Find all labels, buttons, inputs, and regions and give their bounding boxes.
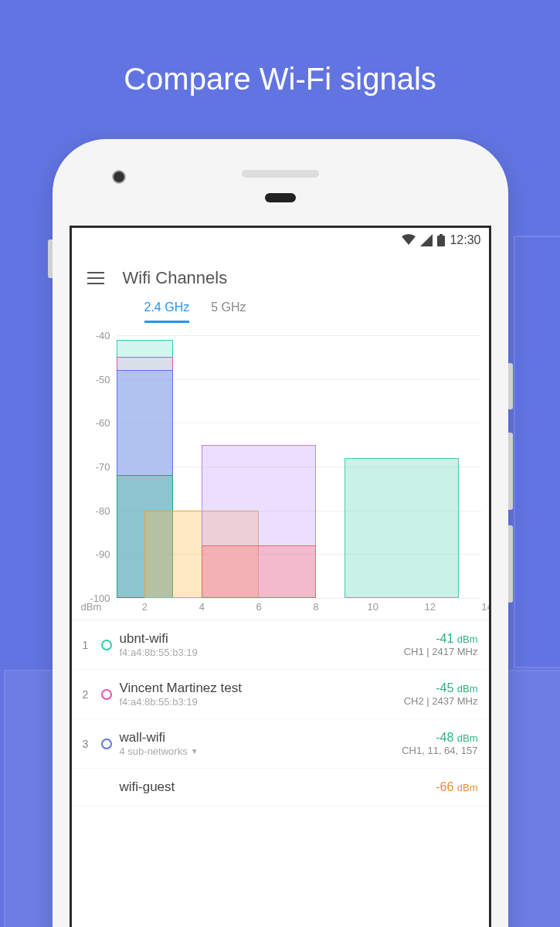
phone-side-button: [508, 525, 513, 603]
chart-x-tick: 14: [481, 601, 490, 613]
network-row-index: 1: [78, 639, 93, 651]
chart-y-unit: dBm: [81, 601, 102, 613]
network-row-index: 2: [78, 688, 93, 701]
band-tabs: 2.4 GHz5 GHz: [72, 296, 489, 323]
chart-x-tick: 12: [424, 601, 435, 613]
chevron-down-icon[interactable]: ▼: [191, 747, 199, 756]
tab-band-1[interactable]: 5 GHz: [211, 301, 246, 323]
network-dbm: -66 dBm: [436, 780, 477, 794]
wifi-icon: [402, 234, 416, 246]
camera-dot: [112, 170, 126, 184]
network-dbm: -48 dBm: [402, 731, 477, 745]
chart-x-tick: 2: [142, 601, 148, 613]
chart-gridline: [117, 335, 481, 336]
network-sub: f4:a4:8b:55:b3:19: [120, 696, 396, 708]
network-row-index: 3: [78, 738, 93, 750]
network-sub: f4:a4:8b:55:b3:19: [120, 647, 396, 658]
network-channels: CH1, 11, 64, 157: [402, 745, 477, 756]
chart-plot: [117, 335, 481, 598]
cell-signal-icon: [420, 234, 433, 246]
page-title: Wifi Channels: [123, 268, 228, 288]
chart-x-axis: 2468101214: [117, 598, 481, 616]
svg-rect-1: [440, 234, 443, 236]
network-name: wall-wifi: [120, 730, 395, 745]
chart-bar: [202, 545, 316, 598]
chart-y-tick: -80: [96, 504, 110, 516]
chart-y-tick: -90: [96, 548, 110, 560]
network-dbm: -45 dBm: [404, 681, 478, 695]
phone-side-button: [508, 433, 513, 510]
bg-decoration: [514, 236, 560, 668]
network-color-marker: [101, 640, 112, 650]
network-row[interactable]: 2Vincent Martinez testf4:a4:8b:55:b3:19-…: [72, 670, 489, 719]
phone-side-button: [48, 239, 53, 278]
chart-x-tick: 4: [199, 601, 205, 613]
network-row-main: Vincent Martinez testf4:a4:8b:55:b3:19: [120, 681, 396, 708]
network-channels: CH1 | 2417 MHz: [404, 646, 478, 657]
network-name: wifi-guest: [120, 779, 429, 795]
app-header: Wifi Channels: [72, 253, 489, 296]
phone-top: [70, 156, 491, 226]
chart-y-tick: -50: [96, 373, 110, 385]
network-row[interactable]: 3wall-wifi4 sub-networks▼-48 dBmCH1, 11,…: [72, 719, 489, 769]
network-name: ubnt-wifi: [120, 631, 396, 647]
network-color-marker: [101, 782, 112, 793]
network-row-right: -41 dBmCH1 | 2417 MHz: [404, 632, 478, 657]
phone-screen: 12:30 Wifi Channels 2.4 GHz5 GHz -40-50-…: [70, 226, 491, 927]
chart-bar: [344, 458, 459, 598]
network-row[interactable]: 1ubnt-wifif4:a4:8b:55:b3:19-41 dBmCH1 | …: [72, 620, 489, 670]
chart-y-tick: -60: [96, 417, 110, 429]
phone-side-button: [508, 363, 513, 409]
network-row-right: -45 dBmCH2 | 2437 MHz: [404, 681, 478, 707]
network-sub[interactable]: 4 sub-networks▼: [120, 745, 395, 757]
chart-x-tick: 6: [256, 601, 261, 613]
network-dbm: -41 dBm: [404, 632, 478, 646]
network-channels: CH2 | 2437 MHz: [404, 695, 478, 707]
chart-x-tick: 10: [368, 601, 378, 613]
promo-title: Compare Wi-Fi signals: [0, 0, 560, 97]
network-list[interactable]: 1ubnt-wifif4:a4:8b:55:b3:19-41 dBmCH1 | …: [72, 620, 489, 806]
svg-rect-0: [437, 236, 445, 246]
chart-y-tick: -70: [96, 461, 110, 473]
network-row-main: ubnt-wifif4:a4:8b:55:b3:19: [120, 631, 396, 658]
battery-icon: [437, 234, 445, 246]
chart-y-tick: -40: [96, 330, 110, 341]
statusbar-time: 12:30: [450, 233, 480, 247]
network-row-main: wall-wifi4 sub-networks▼: [120, 730, 395, 757]
chart-area: -40-50-60-70-80-90-100 dBm 2468101214: [72, 323, 489, 620]
proximity-sensor: [265, 193, 296, 202]
hamburger-menu-icon[interactable]: [87, 272, 104, 284]
statusbar: 12:30: [72, 228, 489, 253]
network-name: Vincent Martinez test: [120, 681, 396, 696]
network-row-right: -66 dBm: [436, 780, 477, 794]
speaker-grille: [242, 170, 319, 178]
network-color-marker: [101, 739, 112, 749]
phone-frame: 12:30 Wifi Channels 2.4 GHz5 GHz -40-50-…: [53, 139, 508, 927]
chart-x-tick: 8: [313, 601, 318, 613]
network-row-right: -48 dBmCH1, 11, 64, 157: [402, 731, 477, 756]
network-row-main: wifi-guest: [120, 779, 429, 795]
network-row[interactable]: wifi-guest-66 dBm: [72, 769, 489, 806]
tab-band-0[interactable]: 2.4 GHz: [144, 301, 190, 323]
network-color-marker: [101, 689, 112, 700]
